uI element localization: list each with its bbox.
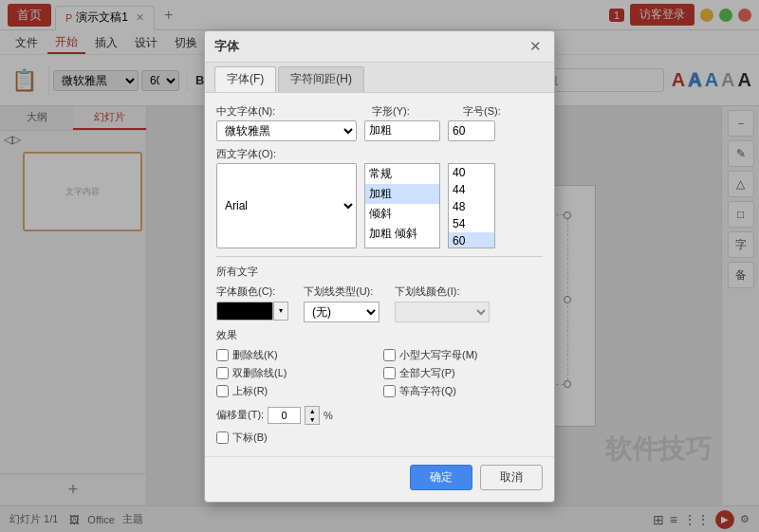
underline-type-label: 下划线类型(U): [304,284,380,299]
font-color-group: 字体颜色(C): ▾ [216,284,288,321]
dialog-footer: 确定 取消 [205,456,554,502]
font-color-swatch[interactable] [216,302,273,321]
size-44[interactable]: 44 [449,181,494,198]
all-caps-row: 全部大写(P) [383,366,543,380]
size-input-field[interactable] [448,120,495,141]
size-48[interactable]: 48 [449,198,494,215]
small-caps-label: 小型大写字母(M) [399,348,478,362]
underline-color-group: 下划线颜色(I): [395,284,490,322]
superscript-checkbox[interactable] [216,385,229,397]
offset-unit: % [324,410,333,421]
strikethrough-checkbox[interactable] [216,349,229,361]
font-color-picker: ▾ [216,302,288,321]
dialog-title-bar: 字体 ✕ [205,31,554,63]
size-label: 字号(S): [463,104,510,119]
spinner-up-button[interactable]: ▲ [305,407,319,415]
divider-1 [216,256,543,257]
dialog-body: 中文字体(N): 字形(Y): 字号(S): 微软雅黑 西文字体(O): Ari… [205,93,554,456]
font-color-dropdown[interactable]: ▾ [273,302,288,321]
strikethrough-row: 删除线(K) [216,348,376,362]
dialog-tab-spacing[interactable]: 字符间距(H) [278,66,364,92]
underline-color-label: 下划线颜色(I): [395,284,490,299]
underline-color-select[interactable] [395,302,490,322]
small-caps-checkbox[interactable] [383,349,396,361]
style-label: 字形(Y): [372,104,448,119]
underline-type-picker: (无) [304,302,380,322]
small-caps-row: 小型大写字母(M) [383,348,543,362]
offset-spinner: ▲ ▼ [305,406,320,425]
labels-row: 中文字体(N): 字形(Y): 字号(S): [216,104,543,119]
top-selects-row: 微软雅黑 [216,120,543,141]
style-list[interactable]: 常规 加粗 倾斜 加粗 倾斜 [364,163,440,248]
dialog-ok-button[interactable]: 确定 [410,465,472,490]
subscript-checkbox[interactable] [216,431,229,444]
dialog-tab-font[interactable]: 字体(F) [214,66,276,92]
chinese-font-label: 中文字体(N): [216,104,357,119]
font-color-label: 字体颜色(C): [216,284,288,299]
style-regular[interactable]: 常规 [365,164,439,184]
size-list[interactable]: 40 44 48 54 60 [448,163,495,248]
double-strikethrough-checkbox[interactable] [216,367,229,379]
dialog-tabs: 字体(F) 字符间距(H) [205,63,554,93]
style-italic[interactable]: 倾斜 [365,204,439,224]
equal-height-row: 等高字符(Q) [383,384,543,398]
equal-height-checkbox[interactable] [383,385,396,397]
size-54[interactable]: 54 [449,215,494,232]
dialog-cancel-button[interactable]: 取消 [480,465,543,490]
superscript-row: 上标(R) [216,384,376,398]
size-40[interactable]: 40 [449,164,494,181]
size-60[interactable]: 60 [449,232,494,248]
all-text-label: 所有文字 [216,265,543,279]
color-underline-row: 字体颜色(C): ▾ 下划线类型(U): (无) 下划线颜色(I): [216,284,543,322]
font-dialog: 字体 ✕ 字体(F) 字符间距(H) 中文字体(N): 字形(Y): 字号(S)… [204,30,555,503]
double-strikethrough-row: 双删除线(L) [216,366,376,380]
underline-type-select[interactable]: (无) [304,302,380,322]
style-input[interactable] [364,120,440,141]
western-font-label: 西文字体(O): [216,147,543,161]
effects-label: 效果 [216,328,543,342]
effects-grid: 删除线(K) 小型大写字母(M) 双删除线(L) 全部大写(P) 上标(R) [216,348,543,398]
subscript-row: 下标(B) [216,431,543,445]
all-caps-label: 全部大写(P) [399,366,455,380]
subscript-label: 下标(B) [232,431,268,445]
style-bold-italic[interactable]: 加粗 倾斜 [365,224,439,244]
dialog-close-button[interactable]: ✕ [526,37,545,56]
lists-row: Arial 常规 加粗 倾斜 加粗 倾斜 40 44 48 54 60 [216,163,543,248]
strikethrough-label: 删除线(K) [232,348,278,362]
underline-type-group: 下划线类型(U): (无) [304,284,380,322]
offset-row: 偏移量(T): ▲ ▼ % [216,406,543,425]
superscript-label: 上标(R) [232,384,268,398]
double-strikethrough-label: 双删除线(L) [232,366,287,380]
offset-input[interactable] [268,407,301,424]
all-caps-checkbox[interactable] [383,367,396,379]
dialog-title: 字体 [214,38,526,55]
equal-height-label: 等高字符(Q) [399,384,456,398]
dialog-overlay: 字体 ✕ 字体(F) 字符间距(H) 中文字体(N): 字形(Y): 字号(S)… [0,0,759,532]
spinner-down-button[interactable]: ▼ [305,415,319,424]
western-font-select[interactable]: Arial [216,163,357,248]
offset-label: 偏移量(T): [216,408,264,422]
chinese-font-select[interactable]: 微软雅黑 [216,120,357,141]
style-bold[interactable]: 加粗 [365,184,439,204]
